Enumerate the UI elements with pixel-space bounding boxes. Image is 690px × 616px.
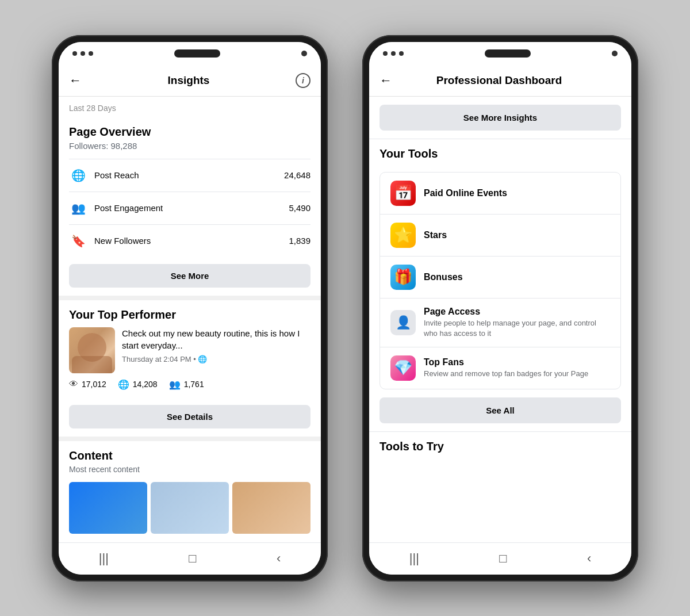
reach-stat: 🌐 14,208 xyxy=(118,379,158,390)
date-range: Last 28 Days xyxy=(59,97,321,117)
page-title-right: Professional Dashboard xyxy=(436,74,562,87)
screen-content-right: See More Insights Your Tools 📅 Paid Onli… xyxy=(369,97,631,542)
people-icon: 👥 xyxy=(69,199,87,217)
eye-icon: 👁 xyxy=(69,379,78,389)
new-followers-row[interactable]: 🔖 New Followers 1,839 xyxy=(69,224,310,257)
engagement-value: 1,761 xyxy=(184,380,204,389)
stars-name: Stars xyxy=(424,230,610,240)
thumb-2 xyxy=(151,482,229,534)
top-fans-name: Top Fans xyxy=(424,357,610,368)
status-dot-2 xyxy=(80,51,85,56)
camera-icon xyxy=(301,51,307,56)
engagement-icon: 👥 xyxy=(169,379,181,390)
new-followers-label: New Followers xyxy=(94,236,289,246)
tools-list: 📅 Paid Online Events ⭐ Stars xyxy=(379,172,621,389)
notch-right xyxy=(485,49,531,58)
reach-globe-icon: 🌐 xyxy=(118,379,129,390)
page-title-left: Insights xyxy=(168,74,210,87)
tool-item-top-fans[interactable]: 💎 Top Fans Review and remove top fan bad… xyxy=(380,347,620,389)
nav-menu-icon[interactable]: ||| xyxy=(99,551,109,566)
views-value: 17,012 xyxy=(82,380,106,389)
paid-events-name: Paid Online Events xyxy=(424,188,610,198)
tool-item-stars[interactable]: ⭐ Stars xyxy=(380,215,620,257)
back-button-right[interactable]: ← xyxy=(379,73,392,88)
bonuses-icon: 🎁 xyxy=(390,265,416,290)
status-bar-right xyxy=(369,42,631,65)
status-bar-left xyxy=(59,42,321,65)
your-tools-section: Your Tools xyxy=(369,139,631,172)
app-header-right: ← Professional Dashboard xyxy=(369,65,631,97)
nav-menu-icon-r[interactable]: ||| xyxy=(409,551,419,566)
tools-to-try-title: Tools to Try xyxy=(379,440,621,453)
paid-events-text: Paid Online Events xyxy=(424,188,610,198)
tools-to-try-section: Tools to Try xyxy=(369,432,631,458)
performer-caption: Check out my new beauty routine, this is… xyxy=(122,327,310,351)
page-overview-section: Page Overview Followers: 98,288 🌐 Post R… xyxy=(59,117,321,300)
top-performer-section: Your Top Performer Check out my new beau… xyxy=(59,300,321,441)
performer-text: Check out my new beauty routine, this is… xyxy=(122,327,310,364)
info-button[interactable]: i xyxy=(296,73,310,88)
back-button-left[interactable]: ← xyxy=(69,73,82,88)
nav-home-icon[interactable]: □ xyxy=(189,551,196,566)
performer-time: Thursday at 2:04 PM • 🌐 xyxy=(122,355,310,364)
phone-left: ← Insights i Last 28 Days Page Overview … xyxy=(52,35,328,581)
page-overview-title: Page Overview xyxy=(69,125,310,139)
content-title: Content xyxy=(69,449,310,462)
paid-events-icon: 📅 xyxy=(390,181,416,206)
status-dot-3 xyxy=(89,51,93,56)
top-fans-icon: 💎 xyxy=(390,355,416,381)
nav-back-icon[interactable]: ‹ xyxy=(277,551,281,566)
bonuses-text: Bonuses xyxy=(424,272,610,282)
phone-right: ← Professional Dashboard See More Insigh… xyxy=(362,35,638,581)
status-dot-r3 xyxy=(399,51,404,56)
page-access-desc: Invite people to help manage your page, … xyxy=(424,318,610,339)
screen-content-left: Last 28 Days Page Overview Followers: 98… xyxy=(59,97,321,542)
top-fans-desc: Review and remove top fan badges for you… xyxy=(424,369,610,379)
thumb-1 xyxy=(69,482,147,534)
engagement-stat: 👥 1,761 xyxy=(169,379,204,390)
top-fans-text: Top Fans Review and remove top fan badge… xyxy=(424,357,610,379)
bottom-nav-right: ||| □ ‹ xyxy=(369,542,631,575)
performer-thumbnail xyxy=(69,327,115,373)
see-more-insights-button[interactable]: See More Insights xyxy=(379,105,621,131)
bottom-nav-left: ||| □ ‹ xyxy=(59,542,321,575)
page-access-text: Page Access Invite people to help manage… xyxy=(424,307,610,339)
page-access-name: Page Access xyxy=(424,307,610,317)
status-dot-r2 xyxy=(391,51,396,56)
stars-icon: ⭐ xyxy=(390,223,416,248)
post-reach-label: Post Reach xyxy=(94,170,284,180)
performer-stats: 👁 17,012 🌐 14,208 👥 1,761 xyxy=(69,379,310,390)
views-stat: 👁 17,012 xyxy=(69,379,106,389)
post-reach-value: 24,648 xyxy=(284,170,310,180)
camera-icon-right xyxy=(612,51,618,56)
page-access-icon: 👤 xyxy=(390,310,416,335)
stars-text: Stars xyxy=(424,230,610,240)
post-engagement-label: Post Engagement xyxy=(94,203,289,213)
performer-card: Check out my new beauty routine, this is… xyxy=(69,327,310,373)
nav-back-icon-r[interactable]: ‹ xyxy=(587,551,591,566)
post-reach-row[interactable]: 🌐 Post Reach 24,648 xyxy=(69,159,310,192)
nav-home-icon-r[interactable]: □ xyxy=(499,551,507,566)
followers-count: Followers: 98,288 xyxy=(69,141,310,151)
see-details-button[interactable]: See Details xyxy=(69,405,310,428)
bonuses-name: Bonuses xyxy=(424,272,610,282)
tool-item-bonuses[interactable]: 🎁 Bonuses xyxy=(380,257,620,299)
status-dot-r1 xyxy=(383,51,388,56)
post-engagement-row[interactable]: 👥 Post Engagement 5,490 xyxy=(69,192,310,224)
notch xyxy=(174,49,220,58)
top-performer-title: Your Top Performer xyxy=(69,308,310,322)
see-more-button[interactable]: See More xyxy=(69,264,310,288)
your-tools-title: Your Tools xyxy=(379,147,621,160)
tool-item-paid-events[interactable]: 📅 Paid Online Events xyxy=(380,173,620,215)
new-followers-value: 1,839 xyxy=(289,236,310,246)
see-all-button[interactable]: See All xyxy=(379,397,621,423)
globe-icon-small: 🌐 xyxy=(198,355,207,364)
bookmark-icon: 🔖 xyxy=(69,232,87,250)
content-thumbnails xyxy=(69,482,310,534)
content-section: Content Most recent content xyxy=(59,441,321,534)
globe-icon: 🌐 xyxy=(69,166,87,185)
reach-value: 14,208 xyxy=(133,380,158,389)
content-subtitle: Most recent content xyxy=(69,465,310,474)
app-header-left: ← Insights i xyxy=(59,65,321,97)
tool-item-page-access[interactable]: 👤 Page Access Invite people to help mana… xyxy=(380,299,620,347)
